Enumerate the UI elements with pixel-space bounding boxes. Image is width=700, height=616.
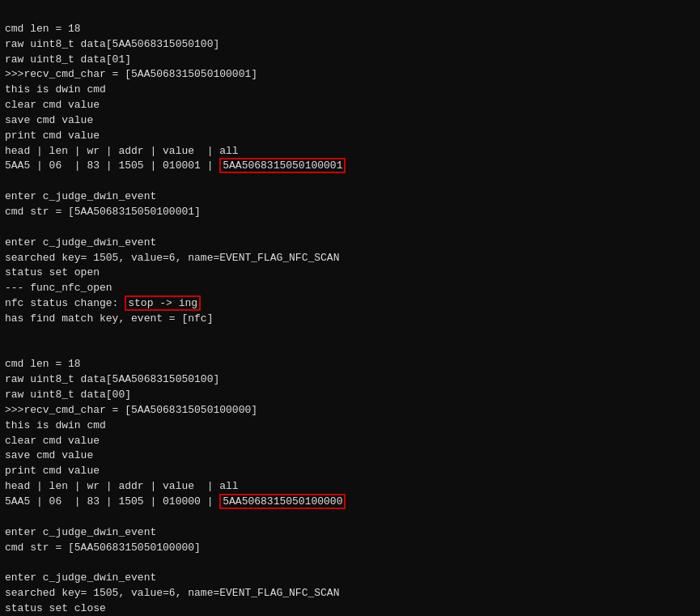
terminal-line: save cmd value: [5, 113, 695, 129]
terminal-line: save cmd value: [5, 448, 695, 464]
hex1: 5AA5068315050100001: [219, 158, 346, 173]
empty-line: [5, 327, 695, 342]
terminal-line: 5AA5 | 06 | 83 | 1505 | 010001 | 5AA5068…: [5, 159, 695, 174]
terminal-line: print cmd value: [5, 464, 695, 479]
terminal-line: cmd len = 18: [5, 22, 695, 37]
empty-line: [5, 510, 695, 525]
terminal-line: searched key= 1505, value=6, name=EVENT_…: [5, 251, 695, 266]
empty-line: [5, 220, 695, 236]
terminal-line: status set open: [5, 266, 695, 281]
terminal-line: has find match key, event = [nfc]: [5, 312, 695, 327]
terminal-line: >>>recv_cmd_char = [5AA5068315050100001]: [5, 67, 695, 83]
empty-line: [5, 555, 695, 571]
terminal-line: this is dwin cmd: [5, 418, 695, 434]
terminal-line: this is dwin cmd: [5, 83, 695, 98]
empty-line: [5, 342, 695, 358]
terminal-line: head | len | wr | addr | value | all: [5, 144, 695, 159]
status1: stop -> ing: [125, 295, 201, 311]
terminal-line: raw uint8_t data[5AA5068315050100]: [5, 372, 695, 388]
terminal-line: raw uint8_t data[01]: [5, 53, 695, 68]
terminal-line: cmd len = 18: [5, 357, 695, 372]
terminal-line: nfc status change: stop -> ing: [5, 296, 695, 312]
terminal-line: searched key= 1505, value=6, name=EVENT_…: [5, 586, 695, 601]
terminal-line: clear cmd value: [5, 98, 695, 113]
terminal-line: 5AA5 | 06 | 83 | 1505 | 010000 | 5AA5068…: [5, 495, 695, 510]
terminal-line: >>>recv_cmd_char = [5AA5068315050100000]: [5, 403, 695, 418]
terminal-output: cmd len = 18raw uint8_t data[5AA50683150…: [5, 6, 695, 616]
terminal-line: --- func_nfc_open: [5, 281, 695, 296]
terminal-line: head | len | wr | addr | value | all: [5, 479, 695, 495]
terminal-line: enter c_judge_dwin_event: [5, 571, 695, 586]
terminal-line: enter c_judge_dwin_event: [5, 189, 695, 205]
empty-line: [5, 174, 695, 189]
hex2: 5AA5068315050100000: [219, 494, 346, 509]
terminal-line: clear cmd value: [5, 434, 695, 449]
terminal-line: raw uint8_t data[5AA5068315050100]: [5, 37, 695, 53]
terminal-line: enter c_judge_dwin_event: [5, 236, 695, 251]
terminal-line: raw uint8_t data[00]: [5, 388, 695, 403]
terminal-line: cmd str = [5AA5068315050100000]: [5, 541, 695, 556]
terminal-line: enter c_judge_dwin_event: [5, 525, 695, 541]
terminal-line: status set close: [5, 601, 695, 616]
terminal-line: print cmd value: [5, 129, 695, 144]
terminal-line: cmd str = [5AA5068315050100001]: [5, 205, 695, 220]
